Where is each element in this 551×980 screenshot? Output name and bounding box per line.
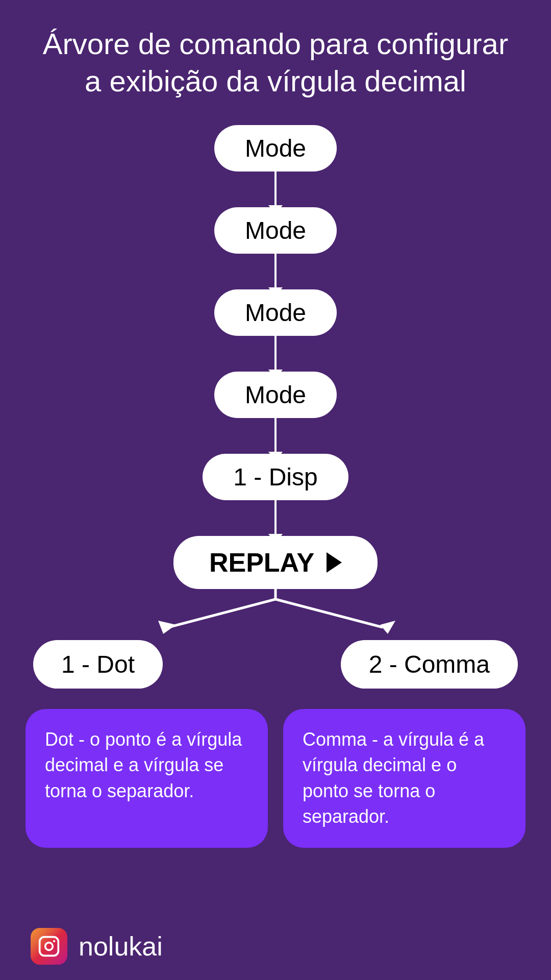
instagram-icon bbox=[31, 928, 67, 965]
play-icon bbox=[327, 552, 342, 573]
arrow-3 bbox=[274, 336, 277, 372]
fork-lines bbox=[102, 589, 449, 640]
page-title: Árvore de comando para configurar a exib… bbox=[0, 0, 551, 115]
footer: nolukai bbox=[0, 913, 551, 980]
svg-marker-4 bbox=[380, 621, 395, 634]
node-mode-1: Mode bbox=[214, 125, 337, 172]
svg-rect-5 bbox=[40, 937, 59, 956]
bottom-nodes: 1 - Dot 2 - Comma bbox=[33, 640, 518, 689]
info-box-comma: Comma - a vírgula é a vírgula decimal e … bbox=[283, 709, 525, 848]
footer-username: nolukai bbox=[79, 931, 163, 962]
node-replay: REPLAY bbox=[173, 536, 378, 589]
svg-point-6 bbox=[45, 943, 53, 950]
info-boxes: Dot - o ponto é a vírgula decimal e a ví… bbox=[26, 709, 525, 848]
node-dot: 1 - Dot bbox=[33, 640, 163, 689]
arrow-5 bbox=[274, 500, 277, 536]
arrow-2 bbox=[274, 254, 277, 289]
arrow-1 bbox=[274, 172, 277, 207]
svg-line-1 bbox=[168, 599, 276, 627]
node-comma: 2 - Comma bbox=[341, 640, 518, 689]
arrow-4 bbox=[274, 418, 277, 454]
tree-container: Mode Mode Mode Mode 1 - Disp REPLAY 1 - … bbox=[0, 115, 551, 913]
info-box-dot: Dot - o ponto é a vírgula decimal e a ví… bbox=[26, 709, 268, 848]
svg-line-2 bbox=[276, 599, 383, 627]
svg-point-7 bbox=[53, 940, 55, 942]
replay-label: REPLAY bbox=[209, 547, 314, 578]
